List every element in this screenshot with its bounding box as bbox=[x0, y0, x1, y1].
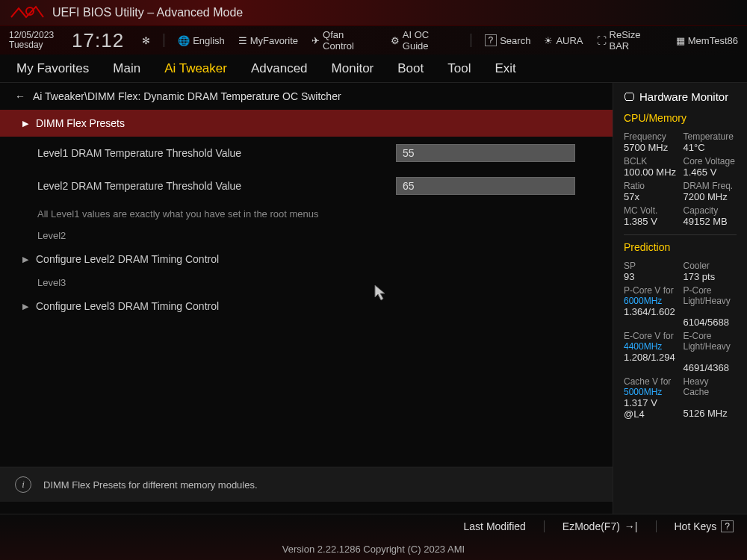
stat-sub: 4400MHz bbox=[624, 341, 678, 352]
cpu-memory-section: CPU/Memory bbox=[624, 112, 737, 124]
submenu-arrow-icon: ▶ bbox=[22, 119, 28, 128]
tab-boot[interactable]: Boot bbox=[396, 57, 425, 81]
myfavorite-button[interactable]: ☰ MyFavorite bbox=[238, 35, 298, 46]
day: Tuesday bbox=[9, 40, 54, 50]
prediction-section: Prediction bbox=[624, 241, 737, 253]
memtest-button[interactable]: ▦ MemTest86 bbox=[676, 35, 738, 46]
hw-title-text: Hardware Monitor bbox=[639, 90, 728, 103]
stat-label: Ratio bbox=[624, 181, 678, 191]
help-text: DIMM Flex Presets for different memory m… bbox=[43, 479, 258, 491]
level2-threshold-input[interactable] bbox=[396, 177, 575, 195]
monitor-icon: 🖵 bbox=[624, 90, 635, 103]
stat-label: P-Core Light/Heavy bbox=[684, 285, 737, 306]
stat-label: Core Voltage bbox=[684, 156, 737, 167]
info-text: All Level1 values are exactly what you h… bbox=[0, 202, 613, 225]
stat-value: 100.00 MHz bbox=[624, 167, 678, 178]
row-dimm-flex-presets[interactable]: ▶ DIMM Flex Presets bbox=[0, 110, 613, 137]
stat-value: 1.364/1.602 bbox=[624, 306, 678, 317]
divider bbox=[544, 520, 545, 532]
stat-value: 5700 MHz bbox=[624, 142, 678, 153]
tab-tool[interactable]: Tool bbox=[446, 57, 472, 81]
row-label: DIMM Flex Presets bbox=[36, 117, 125, 129]
divider bbox=[471, 34, 471, 47]
resize-button[interactable]: ⛶ ReSize BAR bbox=[597, 29, 663, 52]
divider bbox=[164, 34, 164, 47]
stat-label: Cache V for bbox=[624, 376, 678, 387]
row-level2-threshold[interactable]: Level2 DRAM Temperature Threshold Value bbox=[0, 169, 613, 202]
stat-label: E-Core V for bbox=[624, 331, 678, 341]
row-configure-level2[interactable]: ▶ Configure Level2 DRAM Timing Control bbox=[0, 246, 613, 273]
stat-label: BCLK bbox=[624, 156, 678, 167]
info-icon: i bbox=[15, 476, 31, 493]
qfan-label: Qfan Control bbox=[323, 29, 377, 52]
stat-value: 173 pts bbox=[684, 271, 737, 282]
page-title: UEFI BIOS Utility – Advanced Mode bbox=[52, 6, 243, 19]
stat-value: 57x bbox=[624, 191, 678, 202]
back-arrow-icon[interactable]: ← bbox=[15, 90, 25, 102]
stat-sub: 5000MHz bbox=[624, 387, 678, 397]
tab-monitor[interactable]: Monitor bbox=[330, 57, 376, 81]
row-label: Configure Level2 DRAM Timing Control bbox=[36, 253, 219, 265]
tab-main[interactable]: Main bbox=[111, 57, 142, 81]
stat-value: 5126 MHz bbox=[684, 408, 737, 419]
search-key-icon: ? bbox=[485, 34, 498, 46]
hotkeys-label: Hot Keys bbox=[675, 520, 717, 532]
ezmode-button[interactable]: EzMode(F7)→| bbox=[562, 520, 638, 532]
row-level1-threshold[interactable]: Level1 DRAM Temperature Threshold Value bbox=[0, 137, 613, 169]
hotkeys-button[interactable]: Hot Keys ? bbox=[675, 520, 734, 532]
row-label: Configure Level3 DRAM Timing Control bbox=[36, 300, 219, 312]
breadcrumb-text: Ai Tweaker\DIMM Flex: Dynamic DRAM Tempe… bbox=[33, 90, 341, 102]
aura-button[interactable]: ☀ AURA bbox=[544, 35, 583, 46]
stat-label: Capacity bbox=[684, 205, 737, 216]
aioc-button[interactable]: ⚙ AI OC Guide bbox=[391, 29, 457, 52]
stat-value: 1.465 V bbox=[684, 167, 737, 178]
tabs: My Favorites Main Ai Tweaker Advanced Mo… bbox=[0, 55, 747, 83]
stat-label: E-Core Light/Heavy bbox=[684, 331, 737, 352]
stat-value: 49152 MB bbox=[684, 216, 737, 227]
divider bbox=[624, 234, 737, 235]
header: UEFI BIOS Utility – Advanced Mode bbox=[0, 0, 747, 26]
stat-value: 4691/4368 bbox=[684, 362, 737, 373]
row-label: Level1 DRAM Temperature Threshold Value bbox=[37, 147, 396, 159]
section-level2: Level2 bbox=[0, 225, 613, 246]
stat-label: DRAM Freq. bbox=[684, 181, 737, 191]
hardware-monitor-panel: 🖵 Hardware Monitor CPU/Memory Frequency5… bbox=[613, 83, 747, 516]
level1-threshold-input[interactable] bbox=[396, 144, 575, 162]
language-button[interactable]: 🌐 English bbox=[178, 35, 225, 46]
toolbar: 12/05/2023 Tuesday 17:12 ✻ 🌐 English ☰ M… bbox=[0, 26, 747, 55]
stat-label: MC Volt. bbox=[624, 205, 678, 216]
stat-label: Temperature bbox=[684, 131, 737, 142]
search-label: Search bbox=[500, 35, 530, 46]
aura-label: AURA bbox=[556, 35, 583, 46]
stat-value: 6104/5688 bbox=[684, 317, 737, 328]
stat-label: SP bbox=[624, 261, 678, 271]
row-configure-level3[interactable]: ▶ Configure Level3 DRAM Timing Control bbox=[0, 293, 613, 320]
last-modified-button[interactable]: Last Modified bbox=[464, 520, 526, 532]
row-label: Level2 DRAM Temperature Threshold Value bbox=[37, 180, 396, 192]
divider bbox=[656, 520, 657, 532]
stat-label: P-Core V for bbox=[624, 285, 678, 296]
stat-value: 93 bbox=[624, 271, 678, 282]
content: ← Ai Tweaker\DIMM Flex: Dynamic DRAM Tem… bbox=[0, 83, 613, 516]
tab-ai-tweaker[interactable]: Ai Tweaker bbox=[163, 57, 229, 81]
breadcrumb: ← Ai Tweaker\DIMM Flex: Dynamic DRAM Tem… bbox=[0, 83, 613, 110]
help-bar: i DIMM Flex Presets for different memory… bbox=[0, 467, 613, 502]
time: 17:12 bbox=[72, 29, 124, 52]
stat-label: Heavy Cache bbox=[684, 376, 737, 397]
language-label: English bbox=[193, 35, 225, 46]
tab-exit[interactable]: Exit bbox=[493, 57, 517, 81]
stat-value: 1.208/1.294 bbox=[624, 352, 678, 363]
hotkey-icon: ? bbox=[721, 520, 734, 532]
ezmode-label: EzMode(F7) bbox=[562, 520, 620, 532]
exit-icon: →| bbox=[624, 520, 638, 532]
footer: Last Modified EzMode(F7)→| Hot Keys ? Ve… bbox=[0, 514, 747, 560]
search-button[interactable]: ? Search bbox=[485, 34, 531, 46]
gear-icon[interactable]: ✻ bbox=[142, 35, 150, 46]
qfan-button[interactable]: ✈ Qfan Control bbox=[311, 29, 377, 52]
tab-advanced[interactable]: Advanced bbox=[249, 57, 309, 81]
aioc-label: AI OC Guide bbox=[403, 29, 457, 52]
memtest-label: MemTest86 bbox=[688, 35, 738, 46]
tab-my-favorites[interactable]: My Favorites bbox=[15, 57, 90, 81]
stat-value: 1.385 V bbox=[624, 216, 678, 227]
submenu-arrow-icon: ▶ bbox=[22, 255, 28, 264]
